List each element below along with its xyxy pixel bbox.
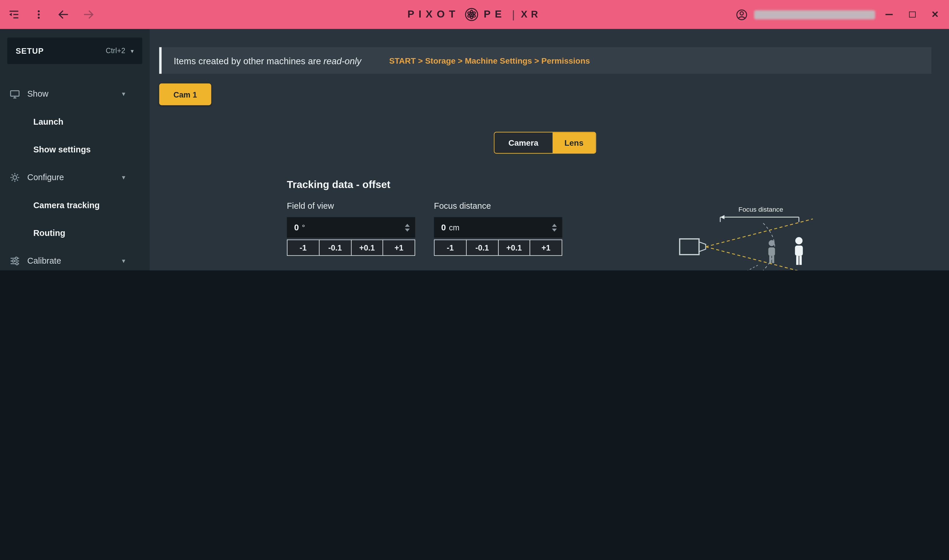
focus-distance-group: Focus distance 0 cm -1 -0.1 +0.1 +1 xyxy=(434,201,562,256)
cam1-tab-button[interactable]: Cam 1 xyxy=(159,83,211,105)
show-icon xyxy=(10,88,20,99)
chevron-down-icon: ▾ xyxy=(122,257,125,265)
chevron-down-icon: ▾ xyxy=(122,173,125,181)
sidebar-item-launch[interactable]: Launch xyxy=(0,108,150,135)
banner-accent-bar xyxy=(159,47,162,74)
spinner xyxy=(552,217,557,238)
focus-distance-input[interactable]: 0 cm xyxy=(434,217,562,238)
minus-1-button[interactable]: -1 xyxy=(434,239,466,256)
maximize-icon xyxy=(909,11,915,17)
sidebar-item-calibrate[interactable]: Calibrate ▾ xyxy=(0,247,150,270)
plus-0.1-button[interactable]: +0.1 xyxy=(350,239,383,256)
focus-distance-label: Focus distance xyxy=(434,201,562,211)
sidebar-item-label: Camera tracking xyxy=(33,200,100,210)
setup-caret-down-icon: ▾ xyxy=(131,48,134,54)
sidebar-item-label: Calibrate xyxy=(27,256,61,265)
sidebar-item-routing[interactable]: Routing xyxy=(0,219,150,247)
setup-label: SETUP xyxy=(16,46,44,55)
plus-1-button[interactable]: +1 xyxy=(530,239,562,256)
titlebar-right: ✕ xyxy=(734,6,949,24)
sidebar-item-configure[interactable]: Configure ▾ xyxy=(0,163,150,191)
gear-icon xyxy=(10,172,20,182)
sidebar-nav: Show ▾ Launch Show settings Configure ▾ … xyxy=(0,80,150,270)
setup-shortcut-group: Ctrl+2 ▾ xyxy=(106,47,134,55)
minus-1-button[interactable]: -1 xyxy=(287,239,319,256)
sidebar: SETUP Ctrl+2 ▾ Show ▾ Launch Show settin… xyxy=(0,29,150,270)
setup-shortcut: Ctrl+2 xyxy=(106,47,125,55)
chevron-down-icon: ▾ xyxy=(122,90,125,98)
sidebar-item-label: Configure xyxy=(27,172,64,182)
breadcrumb[interactable]: START > Storage > Machine Settings > Per… xyxy=(389,56,590,65)
input-unit: cm xyxy=(449,223,460,232)
plus-0.1-button[interactable]: +0.1 xyxy=(498,239,530,256)
redacted-account-email xyxy=(754,10,875,19)
logo-xr-label: XR xyxy=(521,9,542,20)
spin-down-icon[interactable] xyxy=(405,228,410,231)
readonly-banner: Items created by other machines areread-… xyxy=(159,47,932,74)
field-of-view-input[interactable]: 0 ° xyxy=(287,217,415,238)
sidebar-item-label: Routing xyxy=(33,228,65,238)
collapse-sidebar-icon[interactable] xyxy=(6,7,22,23)
spinner xyxy=(405,217,410,238)
sidebar-item-show[interactable]: Show ▾ xyxy=(0,80,150,108)
titlebar-nav-icons xyxy=(0,7,96,23)
logo-text-left: PIXOT xyxy=(407,8,459,20)
svg-text:Focus distance: Focus distance xyxy=(738,206,783,213)
atom-logo-icon xyxy=(464,7,479,22)
maximize-button[interactable] xyxy=(903,6,921,24)
titlebar: PIXOT PE | XR ✕ xyxy=(0,0,949,29)
plus-1-button[interactable]: +1 xyxy=(383,239,415,256)
section-title-text: Tracking data - offset xyxy=(287,179,390,191)
setup-workspace-selector[interactable]: SETUP Ctrl+2 ▾ xyxy=(7,37,142,64)
kebab-menu-icon[interactable] xyxy=(31,7,47,23)
sidebar-item-show-settings[interactable]: Show settings xyxy=(0,135,150,163)
pixotope-window: PIXOT PE | XR ✕ xyxy=(0,0,949,270)
banner-message-text: Items created by other machines are xyxy=(174,55,321,66)
sidebar-item-label: Show settings xyxy=(33,145,91,154)
forward-arrow-icon[interactable] xyxy=(81,7,96,23)
input-value: 0 xyxy=(294,223,299,232)
input-unit: ° xyxy=(302,223,305,232)
minimize-icon xyxy=(886,14,893,15)
spin-up-icon[interactable] xyxy=(405,223,410,226)
logo-text-right: PE xyxy=(483,8,506,20)
camera-lens-toggle: Camera Lens xyxy=(494,132,596,154)
close-icon: ✕ xyxy=(931,9,939,20)
banner-message-emphasis: read-only xyxy=(323,55,361,66)
spin-down-icon[interactable] xyxy=(552,228,557,231)
sliders-icon xyxy=(10,255,20,266)
toggle-option-camera[interactable]: Camera xyxy=(494,132,552,153)
account-icon[interactable] xyxy=(734,7,750,23)
back-arrow-icon[interactable] xyxy=(56,7,72,23)
toggle-option-lens[interactable]: Lens xyxy=(552,132,596,153)
field-of-view-diagram: Focus distance xyxy=(675,205,814,270)
banner-message: Items created by other machines areread-… xyxy=(174,55,361,66)
minus-0.1-button[interactable]: -0.1 xyxy=(466,239,498,256)
minus-0.1-button[interactable]: -0.1 xyxy=(319,239,351,256)
field-of-view-group: Field of view 0 ° -1 -0.1 +0.1 +1 xyxy=(287,201,415,256)
close-button[interactable]: ✕ xyxy=(926,6,944,24)
main-content: Items created by other machines areread-… xyxy=(150,29,949,270)
input-value: 0 xyxy=(441,223,446,232)
pixotope-logo: PIXOT PE | XR xyxy=(407,0,542,29)
field-of-view-label: Field of view xyxy=(287,201,415,211)
sidebar-item-label: Launch xyxy=(33,117,63,126)
sidebar-item-label: Show xyxy=(27,89,48,99)
sidebar-item-camera-tracking[interactable]: Camera tracking xyxy=(0,191,150,219)
spin-up-icon[interactable] xyxy=(552,223,557,226)
increment-button-row: -1 -0.1 +0.1 +1 xyxy=(434,239,562,256)
minimize-button[interactable] xyxy=(880,6,898,24)
logo-divider: | xyxy=(512,8,515,21)
section-title-tracking-offset: Tracking data - offset xyxy=(287,179,390,191)
increment-button-row: -1 -0.1 +0.1 +1 xyxy=(287,239,415,256)
